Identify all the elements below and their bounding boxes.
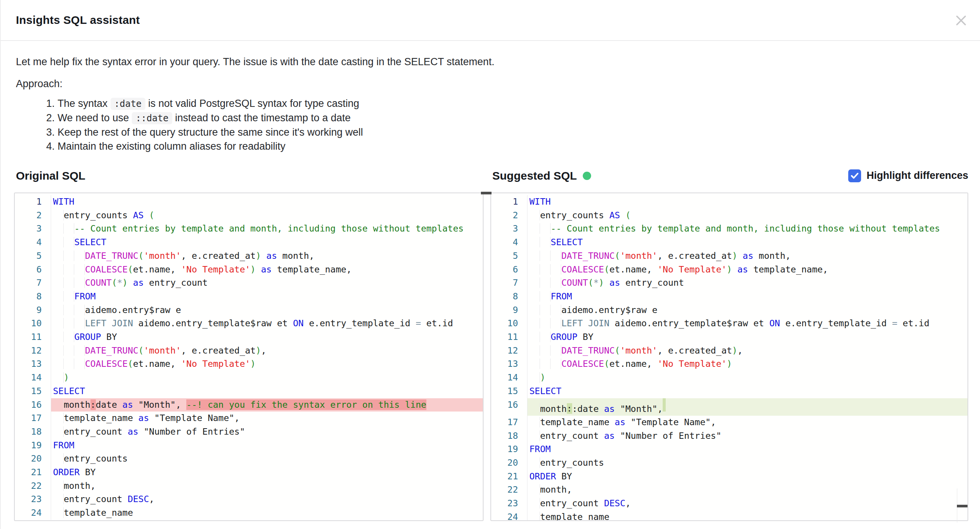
line-number: 18 — [491, 429, 528, 443]
code-text: SELECT — [51, 236, 483, 249]
scrollbar-thumb[interactable] — [481, 192, 492, 194]
code-line: 23 entry_count DESC, — [15, 492, 483, 506]
code-text: entry_counts AS ( — [51, 209, 483, 222]
code-text: template_name — [51, 506, 483, 520]
code-line: 9 aidemo.entry$raw e — [491, 304, 967, 317]
code-text: entry_counts — [528, 456, 967, 470]
dialog-header: Insights SQL assistant — [1, 0, 980, 41]
code-line: 6 COALESCE(et.name, 'No Template') as te… — [491, 263, 967, 277]
code-text: FROM — [51, 290, 483, 304]
line-number: 14 — [15, 371, 51, 385]
code-text: DATE_TRUNC('month', e.created_at), — [51, 344, 483, 358]
code-line: 10 LEFT JOIN aidemo.entry_template$raw e… — [15, 317, 483, 330]
close-button[interactable] — [954, 14, 968, 27]
suggested-sql-panel[interactable]: 1WITH2 entry_counts AS (3 -- Count entri… — [490, 193, 968, 521]
line-number: 10 — [15, 317, 51, 330]
line-number: 10 — [491, 317, 528, 330]
code-line: 1WITH — [15, 195, 483, 209]
code-text: month:date as "Month", --! can you fix t… — [51, 398, 483, 412]
line-number: 4 — [491, 236, 528, 249]
code-text: month, — [51, 480, 483, 493]
line-number: 23 — [15, 492, 51, 506]
code-line: 18 entry_count as "Number of Entries" — [491, 429, 967, 443]
line-number: 11 — [491, 330, 528, 344]
code-text: aidemo.entry$raw e — [528, 304, 967, 317]
line-number: 8 — [491, 290, 528, 304]
code-line: 8 FROM — [491, 290, 967, 304]
line-number: 12 — [15, 344, 51, 358]
original-sql-panel[interactable]: 1WITH2 entry_counts AS (3 -- Count entri… — [14, 193, 484, 521]
line-number: 7 — [15, 276, 51, 290]
code-line: 7 COUNT(*) as entry_count — [15, 276, 483, 290]
code-text: LEFT JOIN aidemo.entry_template$raw et O… — [528, 317, 967, 330]
approach-item-text: is not valid PostgreSQL syntax for type … — [145, 98, 360, 109]
line-number: 13 — [15, 357, 51, 371]
code-line: 4 SELECT — [15, 236, 483, 249]
code-line: 5 DATE_TRUNC('month', e.created_at) as m… — [15, 249, 483, 263]
code-line: 18 entry_count as "Number of Entries" — [15, 425, 483, 439]
assistant-message: Let me help fix the syntax error in your… — [1, 55, 980, 153]
original-sql-header: Original SQL — [14, 169, 484, 182]
code-line: 16 month:date as "Month", --! can you fi… — [15, 398, 483, 412]
x-icon — [955, 14, 967, 27]
code-line: 20 entry_counts — [15, 452, 483, 466]
line-number: 20 — [491, 456, 528, 470]
code-text: LEFT JOIN aidemo.entry_template$raw et O… — [51, 317, 483, 330]
code-text: template_name as "Template Name", — [528, 416, 967, 429]
line-number: 6 — [15, 263, 51, 277]
code-text: FROM — [51, 439, 483, 453]
suggested-sql-code: 1WITH2 entry_counts AS (3 -- Count entri… — [491, 195, 967, 521]
approach-item: Maintain the existing column aliases for… — [57, 139, 965, 153]
code-line: 8 FROM — [15, 290, 483, 304]
code-line: 24 template_name — [491, 510, 967, 521]
code-text: ORDER BY — [51, 466, 483, 480]
scrollbar-thumb[interactable] — [957, 505, 967, 507]
code-line: 12 DATE_TRUNC('month', e.created_at), — [491, 344, 967, 358]
line-number: 5 — [15, 249, 51, 263]
code-text: entry_count DESC, — [51, 492, 483, 506]
code-text: entry_count as "Number of Entries" — [51, 425, 483, 439]
code-line: 2 entry_counts AS ( — [491, 209, 967, 222]
code-text: entry_counts — [51, 452, 483, 466]
code-line: 21ORDER BY — [491, 470, 967, 484]
code-text: WITH — [528, 195, 967, 209]
suggested-sql-header: Suggested SQL Highlight differences — [490, 169, 968, 182]
code-text: COUNT(*) as entry_count — [51, 276, 483, 290]
suggested-sql-title: Suggested SQL — [492, 169, 577, 182]
code-text: -- Count entries by template and month, … — [51, 222, 483, 236]
line-number: 17 — [15, 411, 51, 425]
code-text: COALESCE(et.name, 'No Template') — [528, 357, 967, 371]
approach-item-text: We need to use — [57, 112, 132, 124]
code-line: 14 ) — [491, 371, 967, 385]
code-line: 17 template_name as "Template Name", — [491, 416, 967, 429]
code-line: 6 COALESCE(et.name, 'No Template') as te… — [15, 263, 483, 277]
code-line: 17 template_name as "Template Name", — [15, 411, 483, 425]
checkbox-checked[interactable] — [848, 169, 861, 182]
highlight-differences-toggle[interactable]: Highlight differences — [848, 169, 968, 182]
line-number: 21 — [491, 470, 528, 484]
approach-item-text: Keep the rest of the query structure the… — [57, 127, 363, 138]
line-number: 1 — [15, 195, 51, 209]
line-number: 13 — [491, 357, 528, 371]
code-text: DATE_TRUNC('month', e.created_at) as mon… — [528, 249, 967, 263]
code-text: COALESCE(et.name, 'No Template') as temp… — [51, 263, 483, 277]
line-number: 14 — [491, 371, 528, 385]
line-number: 17 — [491, 416, 528, 429]
code-text: -- Count entries by template and month, … — [528, 222, 967, 236]
code-text: SELECT — [528, 385, 967, 398]
line-number: 16 — [15, 398, 51, 412]
code-line: 11 GROUP BY — [15, 330, 483, 344]
line-number: 24 — [15, 506, 51, 520]
line-number: 6 — [491, 263, 528, 277]
approach-item: The syntax :date is not valid PostgreSQL… — [57, 97, 965, 111]
code-line: 19FROM — [15, 439, 483, 453]
line-number: 24 — [491, 510, 528, 521]
diff-headers-row: Original SQL Suggested SQL Highlight dif… — [14, 167, 968, 184]
line-number: 3 — [491, 222, 528, 236]
line-number: 15 — [15, 385, 51, 398]
line-number: 12 — [491, 344, 528, 358]
code-line: 15SELECT — [491, 385, 967, 398]
code-text: month::date as "Month", — [528, 398, 967, 416]
code-line: 13 COALESCE(et.name, 'No Template') — [491, 357, 967, 371]
code-line: 23 entry_count DESC, — [491, 497, 967, 510]
